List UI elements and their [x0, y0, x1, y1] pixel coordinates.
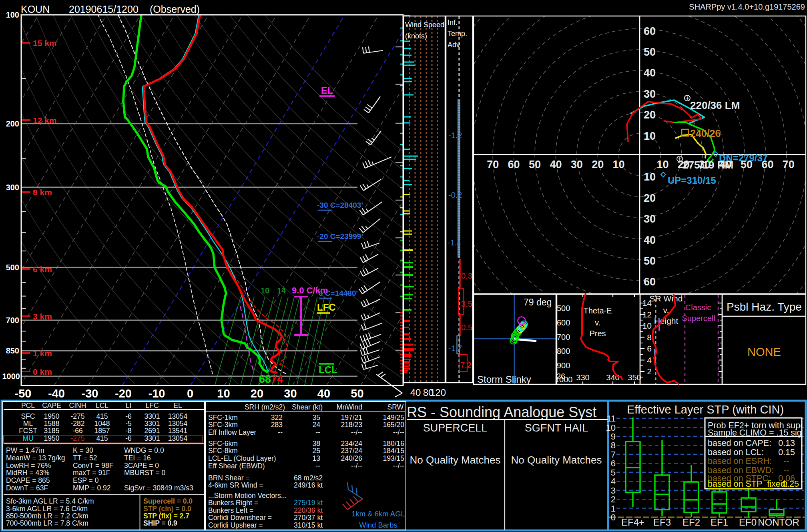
svg-text:3301: 3301: [145, 420, 160, 428]
svg-text:TT = 52: TT = 52: [73, 454, 97, 462]
svg-text:3CAPE = 0: 3CAPE = 0: [124, 462, 159, 470]
svg-text:100: 100: [6, 10, 19, 19]
svg-text:270/37 kt: 270/37 kt: [294, 514, 323, 522]
svg-text:10: 10: [644, 130, 656, 142]
svg-text:11: 11: [606, 414, 616, 424]
svg-text:7: 7: [611, 450, 616, 460]
svg-text:500: 500: [557, 304, 570, 313]
svg-text:20: 20: [644, 192, 656, 204]
svg-text:850: 850: [6, 346, 19, 355]
svg-text:26: 26: [556, 372, 565, 381]
svg-text:K = 30: K = 30: [73, 446, 93, 454]
svg-text:275/19 kt: 275/19 kt: [294, 499, 323, 507]
svg-text:0: 0: [187, 387, 193, 400]
svg-text:--/--: --/--: [351, 428, 362, 436]
svg-text:240/26: 240/26: [341, 454, 362, 462]
svg-text:1000: 1000: [2, 372, 20, 381]
svg-text:6: 6: [611, 458, 616, 468]
svg-text:40: 40: [644, 234, 656, 246]
svg-text:Supercell: Supercell: [682, 314, 715, 323]
svg-text:5: 5: [611, 468, 616, 478]
svg-text:15 km: 15 km: [33, 38, 57, 48]
svg-text:maxT = 91F: maxT = 91F: [73, 469, 110, 477]
svg-text:1950: 1950: [44, 412, 60, 420]
svg-text:2: 2: [611, 494, 616, 504]
svg-text:MidRH = 43%: MidRH = 43%: [6, 469, 49, 477]
svg-text:UP=310/15: UP=310/15: [668, 175, 716, 186]
svg-text:218/23: 218/23: [341, 421, 362, 429]
svg-text:0: 0: [611, 512, 616, 522]
svg-text:193/15: 193/15: [383, 454, 404, 462]
svg-text:4-6km SR Wind =: 4-6km SR Wind =: [208, 481, 263, 489]
svg-text:Wind Speed: Wind Speed: [405, 21, 444, 29]
svg-text:SFC-1km: SFC-1km: [208, 414, 238, 422]
svg-text:60: 60: [644, 276, 656, 288]
svg-text:10: 10: [261, 286, 269, 295]
svg-text:9: 9: [611, 432, 616, 442]
svg-text:200: 200: [6, 119, 19, 128]
svg-text:13054: 13054: [168, 420, 188, 428]
svg-text:3185: 3185: [44, 427, 60, 435]
svg-text:184/15: 184/15: [383, 447, 404, 455]
svg-text:0.13: 0.13: [778, 438, 795, 448]
svg-text:0 C=14480': 0 C=14480': [319, 289, 358, 297]
svg-text:EF1: EF1: [711, 517, 728, 528]
svg-text:330: 330: [576, 373, 589, 382]
svg-text:STP (fix) = 2.7: STP (fix) = 2.7: [143, 512, 189, 520]
svg-text:KOUN: KOUN: [21, 4, 50, 15]
svg-text:8: 8: [611, 440, 616, 450]
svg-text:No Quality Matches: No Quality Matches: [511, 454, 602, 466]
svg-text:LFC: LFC: [145, 402, 159, 410]
svg-text:149/25: 149/25: [383, 414, 404, 422]
svg-text:Temp.: Temp.: [448, 30, 467, 38]
svg-text:30: 30: [644, 88, 656, 100]
svg-text:0 km: 0 km: [33, 367, 52, 376]
svg-text:Supercell = 0.0: Supercell = 0.0: [143, 497, 193, 505]
svg-text:Classic: Classic: [685, 303, 711, 312]
svg-text:0.5: 0.5: [461, 323, 472, 332]
svg-text:68: 68: [259, 373, 271, 385]
svg-text:CINH: CINH: [69, 402, 86, 410]
svg-text:SRH (m2/s2): SRH (m2/s2): [245, 403, 285, 411]
svg-text:2: 2: [647, 367, 652, 376]
svg-text:30: 30: [644, 213, 656, 225]
svg-text:SFC-6km: SFC-6km: [208, 440, 238, 448]
svg-text:40: 40: [644, 67, 656, 79]
svg-text:220/36 LM: 220/36 LM: [690, 99, 740, 111]
svg-text:TEI = 16: TEI = 16: [124, 454, 151, 462]
svg-text:No Quality Matches: No Quality Matches: [410, 454, 501, 466]
svg-text:FCST: FCST: [19, 427, 37, 435]
svg-text:2691: 2691: [145, 427, 160, 435]
svg-text:20: 20: [251, 387, 263, 400]
svg-text:DN=279/37: DN=279/37: [719, 153, 768, 163]
svg-text:SFC: SFC: [21, 412, 35, 420]
svg-text:10: 10: [217, 387, 230, 400]
svg-text:1588: 1588: [44, 420, 60, 428]
svg-text:50: 50: [644, 255, 656, 267]
svg-text:-275: -275: [70, 412, 84, 420]
svg-text:12 km: 12 km: [33, 116, 57, 125]
svg-text:180/16: 180/16: [383, 440, 404, 448]
svg-text:BRN Shear =: BRN Shear =: [208, 474, 250, 482]
svg-text:74: 74: [271, 373, 283, 385]
svg-text:Pres: Pres: [589, 329, 606, 338]
svg-text:Shear (kt): Shear (kt): [292, 403, 323, 411]
svg-text:1: 1: [611, 504, 616, 514]
svg-text:35: 35: [313, 414, 320, 422]
svg-text:SGFNT HAIL: SGFNT HAIL: [525, 422, 588, 434]
svg-text:-8: -8: [125, 427, 132, 435]
svg-text:LI: LI: [126, 402, 132, 410]
svg-text:700-500mb LR = 7.8 C/km: 700-500mb LR = 7.8 C/km: [6, 519, 88, 527]
svg-text:MBURST = 0: MBURST = 0: [124, 469, 166, 477]
svg-text:10: 10: [644, 171, 656, 183]
svg-text:--/--: --/--: [393, 428, 404, 436]
svg-text:WNDG = 0.0: WNDG = 0.0: [124, 446, 164, 454]
svg-text:3-6km AGL LR = 7.6 C/km: 3-6km AGL LR = 7.6 C/km: [6, 505, 88, 513]
svg-text:850-500mb LR = 7.2 C/km: 850-500mb LR = 7.2 C/km: [6, 512, 88, 520]
svg-text:13054: 13054: [168, 412, 188, 420]
svg-text:--/--: --/--: [393, 462, 404, 470]
svg-text:STP (cin) = 0.0: STP (cin) = 0.0: [143, 505, 191, 513]
svg-text:--: --: [315, 428, 320, 436]
svg-text:6: 6: [647, 344, 652, 353]
svg-text:20: 20: [592, 159, 604, 171]
